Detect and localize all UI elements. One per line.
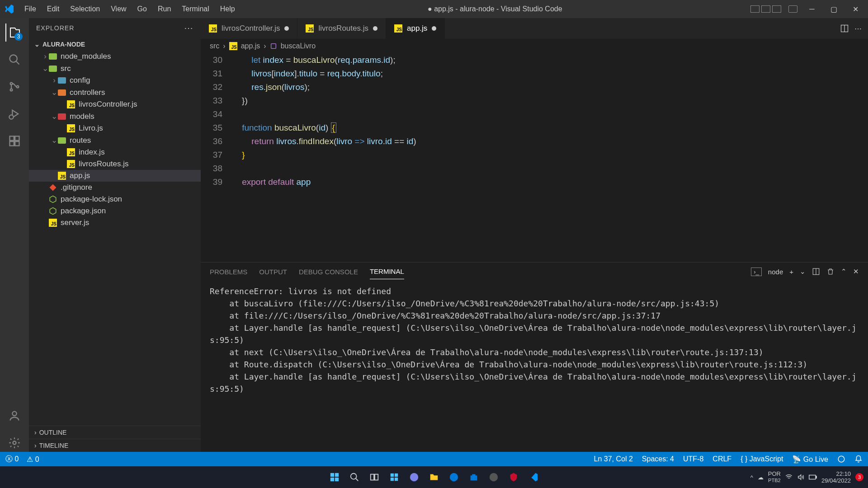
more-actions-icon[interactable]: ⋯	[854, 24, 862, 33]
extensions-icon[interactable]	[5, 132, 24, 150]
tree-item-Livro-js[interactable]: JSLivro.js	[29, 122, 201, 134]
file-explorer-icon[interactable]	[426, 469, 442, 485]
terminal-output[interactable]: ReferenceError: livros is not defined at…	[201, 281, 868, 452]
maximize-panel-icon[interactable]: ⌃	[841, 267, 847, 276]
terminal-shell-icon[interactable]: ›_	[751, 267, 762, 276]
activity-bar: 3	[0, 18, 29, 452]
notification-badge[interactable]: 3	[855, 473, 863, 481]
language-mode[interactable]: { } JavaScript	[741, 455, 783, 463]
widgets-icon[interactable]	[386, 469, 402, 485]
minimap[interactable]	[823, 53, 868, 262]
tree-item-node_modules[interactable]: ›node_modules	[29, 51, 201, 62]
close-button[interactable]: ✕	[846, 2, 864, 16]
dell-icon[interactable]	[486, 469, 502, 485]
task-view-icon[interactable]	[366, 469, 382, 485]
debug-icon[interactable]	[5, 105, 24, 123]
svg-point-1	[10, 83, 13, 85]
panel-bottom-icon[interactable]	[761, 5, 770, 13]
eol[interactable]: CRLF	[712, 455, 731, 463]
layout-grid-icon[interactable]	[788, 5, 797, 13]
start-button[interactable]	[326, 469, 343, 485]
chat-icon[interactable]	[406, 469, 422, 485]
tree-item-server-js[interactable]: JSserver.js	[29, 217, 201, 229]
menu-go[interactable]: Go	[133, 3, 151, 15]
indentation[interactable]: Spaces: 4	[642, 455, 674, 463]
tree-item-routes[interactable]: ⌄routes	[29, 134, 201, 146]
menu-terminal[interactable]: Terminal	[177, 3, 213, 15]
outline-section[interactable]: › OUTLINE	[29, 426, 201, 439]
close-panel-icon[interactable]: ✕	[853, 267, 859, 276]
panel-tab-output[interactable]: OUTPUT	[259, 264, 287, 279]
onedrive-icon[interactable]: ☁	[758, 474, 764, 481]
vscode-taskbar-icon[interactable]	[525, 469, 542, 485]
tree-item-livrosController-js[interactable]: JSlivrosController.js	[29, 99, 201, 110]
menu-selection[interactable]: Selection	[66, 3, 104, 15]
svg-rect-5	[10, 136, 14, 141]
tab-livrosController-js[interactable]: JSlivrosController.js	[201, 18, 297, 39]
code-editor[interactable]: 30313233343536373839 let index = buscaLi…	[201, 53, 868, 262]
panel-tab-problems[interactable]: PROBLEMS	[210, 264, 247, 279]
menu-run[interactable]: Run	[153, 3, 175, 15]
trash-icon[interactable]	[826, 267, 835, 276]
errors-icon[interactable]: ⓧ 0	[5, 455, 19, 464]
tree-item-src[interactable]: ⌄src	[29, 62, 201, 75]
go-live-button[interactable]: 📡 Go Live	[792, 455, 828, 464]
source-control-icon[interactable]	[5, 78, 24, 96]
layout-controls[interactable]	[750, 5, 797, 13]
svg-rect-8	[15, 136, 19, 141]
timeline-section[interactable]: › TIMELINE	[29, 439, 201, 452]
tree-item-models[interactable]: ⌄models	[29, 110, 201, 122]
sidebar-more-icon[interactable]: ⋯	[184, 23, 193, 33]
language-indicator[interactable]: POR	[768, 471, 781, 477]
keyboard-layout[interactable]: PTB2	[768, 477, 781, 483]
mcafee-icon[interactable]	[505, 469, 522, 485]
menu-file[interactable]: File	[20, 3, 41, 15]
split-terminal-icon[interactable]	[812, 267, 820, 276]
taskbar-search-icon[interactable]	[346, 469, 363, 485]
panel-tab-terminal[interactable]: TERMINAL	[370, 264, 404, 279]
notifications-icon[interactable]	[854, 455, 863, 463]
panel-right-icon[interactable]	[772, 5, 781, 13]
minimize-button[interactable]: ─	[803, 2, 821, 16]
menu-help[interactable]: Help	[216, 3, 240, 15]
tray-chevron-icon[interactable]: ^	[750, 474, 753, 481]
search-icon[interactable]	[5, 51, 24, 69]
sidebar-title: EXPLORER	[36, 24, 74, 32]
volume-icon[interactable]	[797, 474, 804, 481]
settings-icon[interactable]	[5, 434, 24, 452]
tree-item-package-json[interactable]: package.json	[29, 205, 201, 217]
edge-icon[interactable]	[446, 469, 462, 485]
terminal-dropdown-icon[interactable]: ⌄	[800, 267, 806, 276]
breadcrumb[interactable]: src › JS app.js › buscaLivro	[201, 39, 868, 53]
store-icon[interactable]	[466, 469, 482, 485]
tree-item-package-lock-json[interactable]: package-lock.json	[29, 193, 201, 205]
tree-item-livrosRoutes-js[interactable]: JSlivrosRoutes.js	[29, 158, 201, 170]
system-tray[interactable]: ^ ☁ POR PTB2 22:10 29/04/2022 3	[750, 470, 863, 484]
tree-item-controllers[interactable]: ⌄controllers	[29, 86, 201, 99]
split-editor-icon[interactable]	[840, 24, 849, 33]
menu-view[interactable]: View	[106, 3, 131, 15]
tree-item-index-js[interactable]: JSindex.js	[29, 146, 201, 158]
tab-app-js[interactable]: JSapp.js	[386, 18, 445, 39]
warnings-icon[interactable]: ⚠ 0	[27, 455, 39, 464]
clock[interactable]: 22:10 29/04/2022	[821, 470, 851, 484]
feedback-icon[interactable]	[837, 455, 845, 463]
panel-tab-debug-console[interactable]: DEBUG CONSOLE	[299, 264, 358, 279]
tab-livrosRoutes-js[interactable]: JSlivrosRoutes.js	[297, 18, 386, 39]
battery-icon[interactable]	[809, 474, 817, 480]
account-icon[interactable]	[5, 407, 24, 425]
svg-rect-7	[15, 141, 19, 145]
menu-edit[interactable]: Edit	[42, 3, 64, 15]
explorer-icon[interactable]: 3	[5, 23, 24, 42]
tree-item--gitignore[interactable]: .gitignore	[29, 182, 201, 193]
tree-item-app-js[interactable]: JSapp.js	[29, 170, 201, 182]
cursor-position[interactable]: Ln 37, Col 2	[594, 455, 633, 463]
tree-item-config[interactable]: ›config	[29, 75, 201, 86]
maximize-button[interactable]: ▢	[825, 2, 843, 16]
panel-left-icon[interactable]	[750, 5, 760, 13]
new-terminal-icon[interactable]: +	[789, 268, 793, 276]
wifi-icon[interactable]	[785, 474, 793, 481]
encoding[interactable]: UTF-8	[683, 455, 703, 463]
project-title[interactable]: ⌄ ALURA-NODE	[29, 38, 201, 51]
terminal-shell-label[interactable]: node	[768, 268, 783, 276]
